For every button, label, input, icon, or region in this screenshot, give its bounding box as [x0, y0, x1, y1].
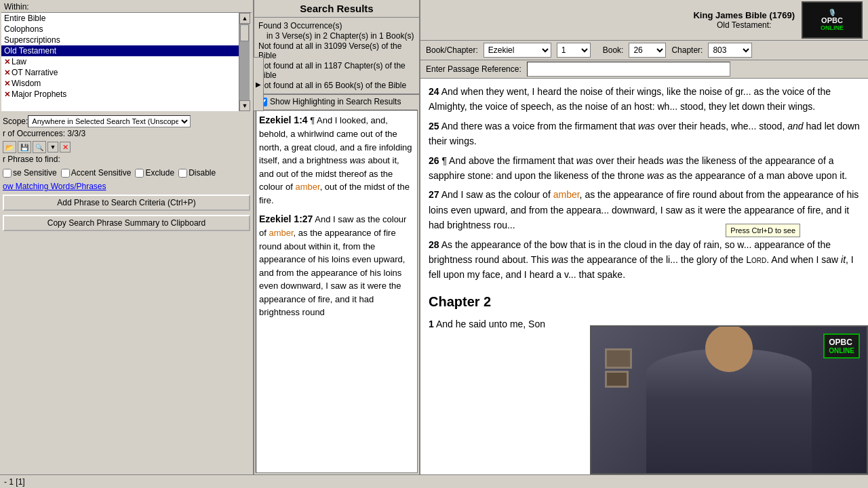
- kjv-title: King James Bible (1769): [693, 10, 795, 20]
- verse-num-27: 27: [429, 189, 439, 200]
- bible-top-header: King James Bible (1769) Old Testament: 🎙…: [420, 0, 868, 41]
- chapter-num-label: Chapter:: [671, 45, 703, 55]
- disable-label: Disable: [189, 168, 216, 178]
- book-select[interactable]: Ezekiel: [484, 43, 551, 58]
- result-ref-1[interactable]: Ezekiel 1:4: [259, 115, 308, 125]
- verse-num-24: 24: [429, 86, 439, 97]
- within-item-ot-narrative[interactable]: ✕OT Narrative: [1, 67, 239, 78]
- book-chapter-label: Book/Chapter:: [426, 45, 478, 55]
- within-item-entire-bible[interactable]: Entire Bible: [1, 13, 239, 24]
- verse-num-28: 28: [429, 239, 439, 250]
- result-ezekiel-1-27: Ezekiel 1:27 And I saw as the colour of …: [259, 212, 414, 319]
- show-matching-words-link[interactable]: ow Matching Words/Phrases: [3, 182, 250, 191]
- logo-opbc: OPBC: [821, 16, 843, 24]
- x-icon: ✕: [4, 79, 10, 88]
- accent-sensitive-label: Accent Sensitive: [71, 168, 132, 178]
- ot-label: Old Testament:: [693, 20, 795, 30]
- clear-btn[interactable]: ✕: [60, 142, 71, 152]
- verse-num-2-1: 1: [429, 319, 434, 329]
- search-results-panel: Search Results Found 3 Occurrence(s) in …: [254, 0, 420, 474]
- search-icon-btn[interactable]: 🔍: [33, 141, 46, 153]
- scroll-down-btn[interactable]: ▼: [239, 100, 250, 111]
- case-sensitive-label: se Sensitive: [13, 168, 57, 178]
- scroll-up-btn[interactable]: ▲: [239, 13, 250, 24]
- scroll-thumb: [240, 24, 249, 41]
- book-num-label: Book:: [603, 45, 624, 55]
- video-logo-opbc: OPBC: [829, 338, 854, 347]
- search-icons-row: 📂 💾 🔍 ▼ ✕: [0, 141, 253, 153]
- result-ezekiel-1-4: Ezekiel 1:4 ¶ And I looked, and, behold,…: [259, 113, 414, 207]
- results-list[interactable]: Ezekiel 1:4 ¶ And I looked, and, behold,…: [256, 110, 418, 473]
- amber-link-2[interactable]: amber: [269, 228, 293, 238]
- search-results-title: Search Results: [254, 0, 419, 18]
- verse-24: 24 And when they went, I heard the noise…: [429, 84, 860, 115]
- within-item-colophons[interactable]: Colophons: [1, 24, 239, 35]
- passage-ref-row: Enter Passage Reference:: [420, 60, 868, 79]
- copy-phrase-btn[interactable]: Copy Search Phrase Summary to Clipboard: [3, 215, 250, 231]
- video-overlay: OPBC ONLINE: [590, 325, 868, 474]
- picture-frame-1: [605, 348, 632, 369]
- italic-was-26b: was: [667, 155, 684, 166]
- person-head: [705, 327, 753, 372]
- verse-num-26: 26: [429, 155, 439, 166]
- tooltip-box: Press Ctrl+D to see: [726, 224, 800, 237]
- amber-link-1[interactable]: amber: [295, 182, 319, 192]
- result-text-end-2: , as the appearance of fire round about …: [259, 228, 405, 317]
- phrase-row: r Phrase to find:: [0, 153, 253, 165]
- within-label: Within:: [1, 1, 252, 13]
- within-item-major-prophets[interactable]: ✕Major Prophets: [1, 89, 239, 100]
- save-icon-btn[interactable]: 💾: [18, 141, 31, 153]
- scope-select[interactable]: Anywhere in Selected Search Text (Unscop…: [28, 115, 191, 127]
- within-list-container: Entire Bible Colophons Superscriptions O…: [1, 13, 252, 111]
- verse-num-25: 25: [429, 121, 439, 131]
- within-item-law[interactable]: ✕Law: [1, 56, 239, 67]
- case-sensitive-checkbox[interactable]: [3, 169, 12, 178]
- tooltip-text: Press Ctrl+D to see: [730, 226, 795, 235]
- italic-was-1: was: [350, 155, 366, 165]
- checkboxes-row: se Sensitive Accent Sensitive Exclude Di…: [0, 167, 253, 179]
- add-phrase-btn[interactable]: Add Phrase to Search Criteria (Ctrl+P): [3, 195, 250, 211]
- accent-sensitive-checkbox[interactable]: [61, 169, 70, 178]
- expand-arrow-btn[interactable]: ▶: [253, 57, 264, 111]
- verse-28: 28 As the appearance of the bow that is …: [429, 237, 860, 283]
- verse-text-28: As the appearance of the bow that is in …: [429, 239, 854, 281]
- phrase-label: r Phrase to find:: [3, 155, 60, 164]
- chapter-2-heading: Chapter 2: [429, 291, 860, 312]
- verse-text-2-1: And he said unto me, Son: [436, 319, 545, 329]
- kjv-info: King James Bible (1769) Old Testament:: [693, 10, 795, 30]
- italic-it: it: [841, 254, 846, 265]
- scope-area: Scope: Anywhere in Selected Search Text …: [0, 113, 253, 141]
- disable-cb-item: Disable: [178, 168, 216, 178]
- within-item-superscriptions[interactable]: Superscriptions: [1, 35, 239, 45]
- result-ref-2[interactable]: Ezekiel 1:27: [259, 214, 313, 224]
- verse-text-26: ¶ And above the firmament that was over …: [429, 155, 847, 181]
- highlight-row: Show Highlighting in Search Results: [254, 94, 419, 108]
- within-scrollbar: ▲ ▼: [239, 13, 250, 111]
- italic-was-26a: was: [576, 155, 593, 166]
- chapter-num-select[interactable]: 803: [708, 43, 752, 58]
- status-bar: - 1 [1]: [0, 474, 868, 488]
- disable-checkbox[interactable]: [178, 169, 187, 178]
- logo-online: ONLINE: [821, 24, 844, 31]
- ref-input[interactable]: [527, 62, 730, 77]
- stat-found: Found 3 Occurrence(s): [258, 21, 415, 30]
- content-area: Within: Entire Bible Colophons Superscri…: [0, 0, 868, 474]
- within-list[interactable]: Entire Bible Colophons Superscriptions O…: [1, 13, 239, 111]
- video-logo-online: ONLINE: [829, 347, 854, 354]
- amber-link-verse27[interactable]: amber: [553, 189, 580, 200]
- folder-icon-btn[interactable]: 📂: [3, 141, 16, 153]
- lord-text: Lord: [746, 254, 766, 265]
- x-icon: ✕: [4, 58, 10, 66]
- left-panel: Within: Entire Bible Colophons Superscri…: [0, 0, 254, 474]
- scroll-down-small-btn[interactable]: ▼: [47, 142, 58, 152]
- within-item-wisdom[interactable]: ✕Wisdom: [1, 78, 239, 89]
- book-num-select[interactable]: 26: [629, 43, 666, 58]
- occurrences-label: r of Occurrences: 3/3/3: [3, 129, 250, 138]
- x-icon: ✕: [4, 68, 10, 77]
- within-item-old-testament[interactable]: Old Testament: [1, 45, 239, 56]
- stat-not-found-chapters: Not found at all in 1187 Chapter(s) of t…: [258, 61, 415, 80]
- chapter-select[interactable]: 1: [557, 43, 591, 58]
- exclude-checkbox[interactable]: [135, 169, 144, 178]
- ref-label: Enter Passage Reference:: [426, 64, 521, 74]
- case-sensitive-cb-item: se Sensitive: [3, 168, 57, 178]
